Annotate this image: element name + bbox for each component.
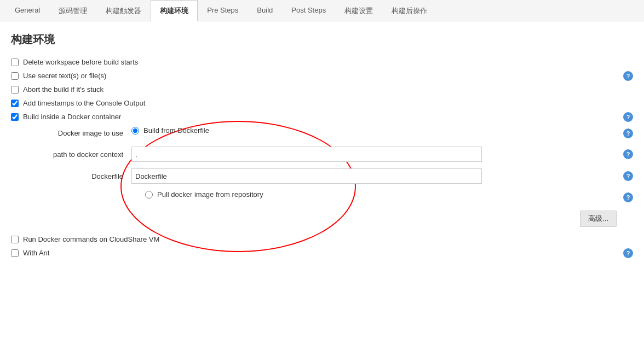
docker-image-row: Docker image to use Build from Dockerfil… (27, 126, 633, 140)
main-content: 构建环境 Delete workspace before build start… (0, 21, 644, 273)
docker-image-label: Docker image to use (27, 129, 131, 137)
timestamps-checkbox[interactable] (11, 100, 19, 107)
tab-post-build[interactable]: 构建后操作 (382, 0, 436, 21)
tab-post-steps[interactable]: Post Steps (282, 0, 335, 21)
tab-build-settings[interactable]: 构建设置 (335, 0, 382, 21)
option-abort-build: Abort the build if it's stuck (11, 85, 633, 94)
pull-image-radio[interactable] (145, 191, 153, 199)
docker-path-row: path to docker context ? (27, 147, 633, 162)
circle-annotation (120, 121, 356, 252)
docker-path-value (131, 147, 617, 162)
option-delete-workspace: Delete workspace before build starts (11, 58, 633, 66)
use-secret-checkbox[interactable] (11, 72, 19, 80)
tab-general[interactable]: General (5, 0, 49, 21)
with-ant-label: With Ant (23, 249, 49, 257)
run-docker-label: Run Docker commands on CloudShare VM (23, 235, 159, 243)
docker-path-help-icon[interactable]: ? (623, 149, 633, 159)
tab-build-env[interactable]: 构建环境 (151, 0, 198, 21)
advanced-row: 高级... (27, 211, 633, 227)
dockerfile-label: Dockerfile (27, 172, 131, 180)
docker-build-checkbox[interactable] (11, 113, 19, 121)
with-ant-help-icon[interactable]: ? (623, 248, 633, 258)
docker-image-value: Build from Dockerfile (131, 126, 617, 140)
option-docker-build: Build inside a Docker container ? (11, 113, 633, 121)
use-secret-label: Use secret text(s) or file(s) (23, 72, 106, 80)
delete-workspace-checkbox[interactable] (11, 59, 19, 66)
build-from-dockerfile-radio[interactable] (131, 127, 139, 135)
delete-workspace-label: Delete workspace before build starts (23, 58, 138, 66)
option-timestamps: Add timestamps to the Console Output (11, 99, 633, 107)
option-with-ant: With Ant ? (11, 249, 633, 257)
with-ant-checkbox[interactable] (11, 249, 19, 257)
nav-tabs: General 源码管理 构建触发器 构建环境 Pre Steps Build … (0, 0, 644, 21)
tab-build[interactable]: Build (248, 0, 282, 21)
docker-build-help-icon[interactable]: ? (623, 112, 633, 122)
use-secret-help-icon[interactable]: ? (623, 71, 633, 81)
advanced-button[interactable]: 高级... (580, 211, 617, 227)
tab-source[interactable]: 源码管理 (49, 0, 96, 21)
pull-docker-row: Pull docker image from repository ? (145, 190, 633, 204)
docker-build-label: Build inside a Docker container (23, 113, 121, 121)
pull-docker-value: Pull docker image from repository (145, 190, 617, 204)
docker-section: Docker image to use Build from Dockerfil… (27, 126, 633, 227)
build-from-dockerfile-label: Build from Dockerfile (143, 126, 209, 135)
pull-image-help-icon[interactable]: ? (623, 192, 633, 202)
build-from-dockerfile-row: Build from Dockerfile (131, 126, 617, 135)
pull-image-label: Pull docker image from repository (157, 190, 263, 199)
docker-image-help-icon[interactable]: ? (623, 129, 633, 138)
docker-path-label: path to docker context (27, 150, 131, 159)
dockerfile-row: Dockerfile ? (27, 168, 633, 184)
docker-path-input[interactable] (131, 147, 482, 162)
page-title: 构建环境 (11, 32, 633, 47)
run-docker-checkbox[interactable] (11, 236, 19, 243)
option-secret-text: Use secret text(s) or file(s) ? (11, 72, 633, 80)
tab-pre-steps[interactable]: Pre Steps (198, 0, 248, 21)
abort-build-checkbox[interactable] (11, 86, 19, 94)
tab-trigger[interactable]: 构建触发器 (96, 0, 151, 21)
pull-image-row: Pull docker image from repository (145, 190, 617, 199)
abort-build-label: Abort the build if it's stuck (23, 85, 104, 94)
option-run-docker: Run Docker commands on CloudShare VM (11, 235, 633, 243)
dockerfile-value (131, 168, 617, 184)
timestamps-label: Add timestamps to the Console Output (23, 99, 145, 107)
dockerfile-help-icon[interactable]: ? (623, 171, 633, 181)
dockerfile-input[interactable] (131, 168, 482, 184)
